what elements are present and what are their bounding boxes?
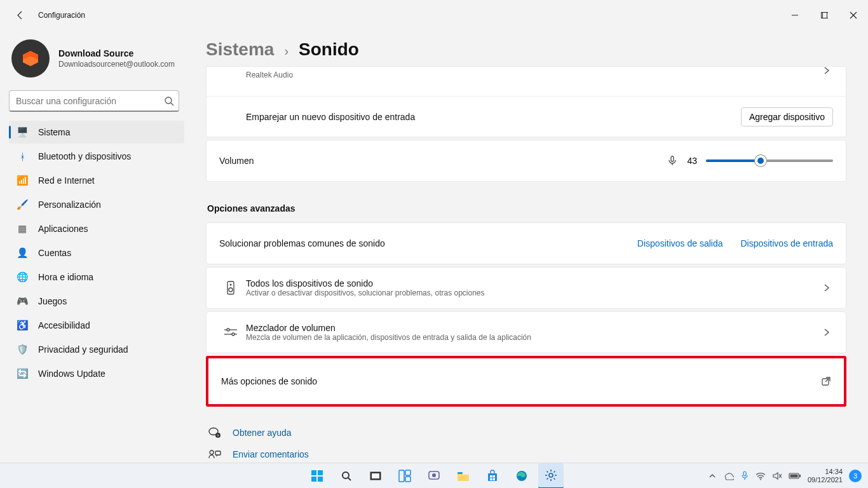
sidebar-item-bluetooth-y-dispositivos[interactable]: ᚼBluetooth y dispositivos [9, 145, 184, 168]
add-device-button[interactable]: Agregar dispositivo [741, 107, 833, 126]
sidebar-item-hora-e-idioma[interactable]: 🌐Hora e idioma [9, 266, 184, 288]
nav-label: Privacidad y seguridad [38, 344, 128, 355]
sidebar-item-aplicaciones[interactable]: ▦Aplicaciones [9, 217, 184, 240]
nav-label: Hora e idioma [38, 272, 93, 282]
search-input[interactable] [9, 90, 179, 112]
svg-rect-7 [671, 156, 674, 161]
close-button[interactable] [839, 0, 868, 30]
nav-icon: 🌐 [15, 270, 29, 284]
troubleshoot-card: Solucionar problemas comunes de sonido D… [206, 222, 846, 264]
feedback-icon [208, 449, 221, 459]
search-icon [164, 96, 174, 106]
nav-label: Accesibilidad [38, 320, 90, 330]
svg-point-13 [227, 329, 229, 331]
explorer-icon[interactable] [451, 463, 476, 489]
nav-icon: 👤 [15, 246, 29, 260]
feedback-link[interactable]: Enviar comentarios [208, 444, 846, 463]
speaker-device-icon [219, 280, 242, 295]
back-button[interactable] [13, 8, 28, 23]
svg-line-6 [171, 103, 173, 105]
svg-rect-30 [372, 473, 379, 478]
sidebar-item-cuentas[interactable]: 👤Cuentas [9, 241, 184, 264]
highlight-box: Más opciones de sonido [206, 356, 846, 407]
nav-icon: 🖥️ [15, 125, 29, 139]
sidebar: Download Source Downloadsourcenet@outloo… [0, 30, 197, 463]
wifi-icon[interactable] [756, 471, 766, 480]
mixer-sub: Mezcla de volumen de la aplicación, disp… [246, 333, 820, 342]
nav-label: Windows Update [38, 369, 105, 379]
onedrive-icon[interactable] [722, 471, 734, 480]
settings-app-icon[interactable] [538, 463, 564, 489]
sidebar-item-privacidad-y-seguridad[interactable]: 🛡️Privacidad y seguridad [9, 338, 184, 361]
nav-icon: 🖌️ [15, 198, 29, 212]
taskbar: 14:34 09/12/2021 3 [0, 463, 868, 488]
svg-rect-37 [488, 473, 497, 481]
svg-rect-39 [493, 475, 496, 478]
svg-point-10 [230, 284, 232, 286]
nav-icon: 🛡️ [15, 342, 29, 356]
edge-icon[interactable] [509, 463, 534, 489]
task-view-icon[interactable] [363, 463, 388, 489]
svg-rect-38 [490, 475, 492, 478]
start-button[interactable] [304, 463, 330, 489]
get-help-label: Obtener ayuda [233, 428, 292, 438]
nav-label: Juegos [38, 296, 67, 306]
volume-icon[interactable] [772, 471, 782, 480]
minimize-button[interactable] [780, 0, 810, 30]
sidebar-item-accesibilidad[interactable]: ♿Accesibilidad [9, 314, 184, 337]
feedback-label: Enviar comentarios [233, 449, 309, 459]
get-help-link[interactable]: ? Obtener ayuda [208, 422, 846, 444]
nav-icon: ▦ [15, 222, 29, 236]
more-sound-options-card[interactable]: Más opciones de sonido [208, 358, 844, 404]
svg-point-27 [342, 472, 349, 478]
output-devices-link[interactable]: Dispositivos de salida [637, 238, 723, 248]
svg-rect-50 [799, 475, 801, 477]
tray-chevron-icon[interactable] [709, 472, 716, 480]
svg-rect-41 [493, 478, 496, 480]
input-device-card[interactable]: Realtek Audio Emparejar un nuevo disposi… [206, 66, 846, 137]
svg-point-46 [760, 478, 761, 480]
advanced-header: Opciones avanzadas [207, 203, 846, 214]
notification-badge[interactable]: 3 [849, 470, 862, 482]
nav-icon: ᚼ [15, 149, 29, 163]
breadcrumb-parent[interactable]: Sistema [206, 39, 274, 60]
chat-icon[interactable] [421, 463, 447, 489]
sidebar-item-juegos[interactable]: 🎮Juegos [9, 290, 184, 313]
clock-date: 09/12/2021 [808, 476, 843, 484]
all-devices-card[interactable]: Todos los dispositivos de sonido Activar… [206, 267, 846, 309]
sidebar-item-personalizaci-n[interactable]: 🖌️Personalización [9, 193, 184, 216]
battery-icon[interactable] [789, 472, 801, 480]
all-devices-title: Todos los dispositivos de sonido [246, 278, 820, 288]
tray-microphone-icon[interactable] [740, 471, 749, 481]
svg-rect-26 [318, 477, 323, 482]
nav-label: Personalización [38, 200, 101, 210]
maximize-button[interactable] [810, 0, 839, 30]
more-options-title: Más opciones de sonido [221, 376, 821, 386]
breadcrumb-sep: › [284, 44, 288, 58]
sidebar-item-windows-update[interactable]: 🔄Windows Update [9, 362, 184, 385]
svg-line-28 [348, 478, 351, 480]
svg-rect-32 [405, 470, 410, 475]
taskbar-clock[interactable]: 14:34 09/12/2021 [808, 468, 843, 484]
volume-slider[interactable] [706, 159, 833, 162]
sidebar-item-sistema[interactable]: 🖥️Sistema [9, 121, 184, 144]
mixer-card[interactable]: Mezclador de volumen Mezcla de volumen d… [206, 311, 846, 353]
microphone-icon[interactable] [667, 155, 678, 166]
store-icon[interactable] [480, 463, 505, 489]
svg-rect-31 [399, 470, 404, 482]
avatar [11, 39, 50, 78]
open-external-icon [821, 376, 831, 386]
system-tray[interactable] [709, 471, 801, 481]
widgets-icon[interactable] [392, 463, 417, 489]
search-box[interactable] [9, 90, 188, 112]
svg-line-17 [825, 377, 830, 382]
taskbar-search-icon[interactable] [334, 463, 359, 489]
user-block[interactable]: Download Source Downloadsourcenet@outloo… [9, 37, 191, 86]
content: Sistema › Sonido Realtek Audio Emparejar… [197, 30, 868, 463]
svg-rect-24 [318, 470, 323, 475]
breadcrumb: Sistema › Sonido [206, 39, 846, 60]
nav-label: Bluetooth y dispositivos [38, 151, 131, 161]
sidebar-item-red-e-internet[interactable]: 📶Red e Internet [9, 169, 184, 192]
input-devices-link[interactable]: Dispositivos de entrada [740, 238, 833, 248]
volume-value: 43 [687, 156, 697, 166]
